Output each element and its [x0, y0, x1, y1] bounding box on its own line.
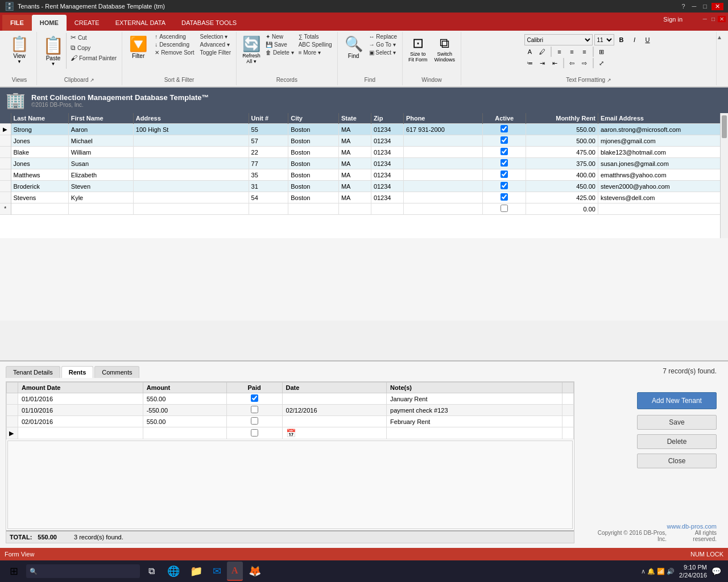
cell-lastname[interactable]: Jones [11, 158, 68, 169]
col-unit[interactable]: Unit # [249, 113, 288, 124]
cell-city[interactable]: Boston [288, 158, 339, 169]
cell-phone[interactable] [403, 135, 482, 147]
filter-button[interactable]: 🔽 Filter [126, 33, 151, 61]
outlook-taskbar[interactable]: ✉ [208, 562, 226, 581]
cell-lastname[interactable]: Strong [11, 124, 68, 135]
cell-state[interactable]: MA [338, 135, 371, 147]
system-tray[interactable]: ∧ 🔔 📶 🔊 [641, 568, 675, 575]
rents-new-notes[interactable] [387, 427, 562, 439]
rents-new-amountdate[interactable] [18, 427, 143, 439]
font-size-selector[interactable]: 11 [594, 34, 614, 45]
cell-firstname[interactable]: Aaron [68, 124, 133, 135]
cell-address[interactable] [133, 192, 249, 203]
new-unit[interactable] [249, 203, 288, 215]
cell-zip[interactable]: 01234 [371, 124, 403, 135]
cell-address[interactable] [133, 135, 249, 147]
cell-state[interactable]: MA [338, 158, 371, 169]
new-record-button[interactable]: ✦New [264, 33, 296, 40]
cell-phone[interactable] [403, 169, 482, 181]
firefox-taskbar[interactable]: 🦊 [244, 562, 266, 581]
cell-firstname[interactable]: William [68, 147, 133, 158]
ltr-button[interactable]: ⇨ [579, 58, 590, 68]
rents-paid[interactable] [226, 393, 282, 405]
cell-lastname[interactable]: Stevens [11, 192, 68, 203]
maximize-btn[interactable]: □ [701, 3, 709, 10]
view-button[interactable]: 📋 View ▼ [6, 33, 33, 66]
rents-row[interactable]: 02/01/2016 550.00 February Rent [7, 416, 574, 427]
cut-button[interactable]: ✂Cut [69, 33, 118, 42]
table-row[interactable]: ▶ Strong Aaron 100 High St 55 Boston MA … [0, 124, 728, 135]
rents-new-paid[interactable] [226, 427, 282, 439]
cell-city[interactable]: Boston [288, 147, 339, 158]
col-active[interactable]: Active [483, 113, 526, 124]
new-active-checkbox[interactable] [500, 205, 508, 212]
new-active[interactable] [483, 203, 526, 215]
new-zip[interactable] [371, 203, 403, 215]
taskbar-view-button[interactable]: ⧉ [141, 561, 162, 581]
cell-phone[interactable] [403, 147, 482, 158]
table-row[interactable]: Jones Susan 77 Boston MA 01234 375.00 su… [0, 158, 728, 169]
underline-button[interactable]: U [642, 35, 653, 45]
align-center-button[interactable]: ≡ [566, 47, 578, 57]
cell-rent[interactable]: 375.00 [526, 158, 598, 169]
select-button[interactable]: ▣ Select ▾ [367, 49, 399, 56]
new-paid-checkbox[interactable] [251, 429, 258, 436]
cell-phone[interactable] [403, 192, 482, 203]
rents-row[interactable]: 01/01/2016 550.00 January Rent [7, 393, 574, 405]
col-lastname[interactable]: Last Name [11, 113, 68, 124]
rents-amountdate[interactable]: 02/01/2016 [18, 416, 143, 427]
grid-button[interactable]: ⊞ [596, 47, 607, 57]
col-zip[interactable]: Zip [371, 113, 403, 124]
active-checkbox[interactable] [500, 182, 508, 189]
tab-dbtools[interactable]: DATABASE TOOLS [173, 15, 245, 31]
cell-state[interactable]: MA [338, 169, 371, 181]
rents-paid[interactable] [226, 416, 282, 427]
cell-email[interactable]: blake123@hotmail.com [598, 147, 727, 158]
expand-button[interactable]: ⤢ [596, 58, 607, 68]
cell-unit[interactable]: 35 [249, 169, 288, 181]
paid-checkbox[interactable] [251, 406, 258, 413]
new-firstname[interactable] [68, 203, 133, 215]
cell-address[interactable]: 100 High St [133, 124, 249, 135]
new-state[interactable] [338, 203, 371, 215]
col-rent[interactable]: Monthly Rent [526, 113, 598, 124]
cell-city[interactable]: Boston [288, 135, 339, 147]
access-taskbar[interactable]: A [227, 562, 243, 581]
highlight-button[interactable]: 🖊 [537, 47, 548, 57]
table-row[interactable]: Jones Michael 57 Boston MA 01234 500.00 … [0, 135, 728, 147]
list-button[interactable]: ≔ [524, 58, 536, 68]
new-rent[interactable]: 0.00 [526, 203, 598, 215]
rents-amount[interactable]: -550.00 [143, 405, 226, 416]
cell-lastname[interactable]: Jones [11, 135, 68, 147]
new-email[interactable] [598, 203, 727, 215]
rents-notes[interactable]: January Rent [387, 393, 562, 405]
paid-checkbox[interactable] [251, 417, 258, 425]
table-row[interactable]: Matthews Elizabeth 35 Boston MA 01234 40… [0, 169, 728, 181]
cell-phone[interactable]: 617 931-2000 [403, 124, 482, 135]
cell-unit[interactable]: 77 [249, 158, 288, 169]
more-button[interactable]: ≡ More ▾ [297, 49, 334, 56]
footer-link[interactable]: www.db-pros.com [667, 523, 717, 530]
col-address[interactable]: Address [133, 113, 249, 124]
cell-unit[interactable]: 54 [249, 192, 288, 203]
active-checkbox[interactable] [500, 136, 508, 144]
table-row[interactable]: Broderick Steven 31 Boston MA 01234 450.… [0, 181, 728, 192]
cell-unit[interactable]: 55 [249, 124, 288, 135]
ascending-button[interactable]: ↑Ascending [153, 33, 196, 40]
cell-zip[interactable]: 01234 [371, 181, 403, 192]
rents-col-amount[interactable]: Amount [143, 383, 226, 393]
italic-button[interactable]: I [629, 35, 640, 45]
tab-tenant-details[interactable]: Tenant Details [6, 366, 60, 378]
new-city[interactable] [288, 203, 339, 215]
cell-state[interactable]: MA [338, 192, 371, 203]
rents-notes[interactable]: payment check #123 [387, 405, 562, 416]
active-checkbox[interactable] [500, 148, 508, 155]
align-right-button[interactable]: ≡ [579, 47, 590, 57]
cell-zip[interactable]: 01234 [371, 158, 403, 169]
find-button[interactable]: 🔍 Find [341, 33, 366, 61]
ribbon-restore-icon[interactable]: □ [710, 16, 717, 22]
font-color-button[interactable]: A [524, 47, 536, 57]
close-btn[interactable]: ✕ [712, 3, 723, 10]
totals-button[interactable]: ∑ Totals [297, 33, 334, 40]
tab-comments[interactable]: Comments [94, 366, 139, 378]
